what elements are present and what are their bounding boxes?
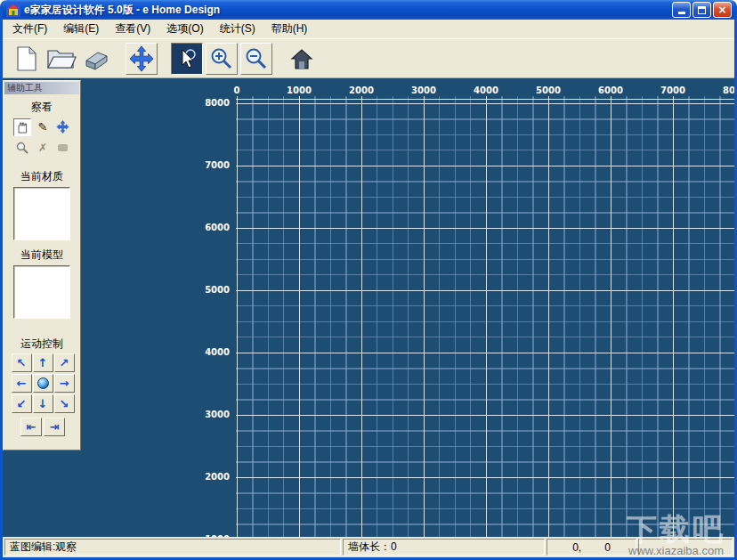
status-mode-text: 蓝图编辑:观察 xyxy=(10,540,77,555)
move-cross-icon xyxy=(56,120,69,134)
ruler-top-label: 6000 xyxy=(598,85,623,95)
zoom-in-icon xyxy=(209,46,234,71)
toolbar-separator xyxy=(275,43,283,75)
window-title: e家家居设计软件 5.0版 - e Home Design xyxy=(24,3,670,18)
menu-view[interactable]: 查看(V) xyxy=(107,19,158,39)
ruler-left-label: 8000 xyxy=(190,98,230,108)
app-icon xyxy=(6,3,20,17)
ruler-left-label: 3000 xyxy=(190,410,230,419)
coord-y: 0 xyxy=(604,541,611,554)
house-3d-icon xyxy=(288,45,316,72)
move-tool-button[interactable] xyxy=(54,118,72,136)
magnifier-icon xyxy=(16,142,28,154)
toolbar xyxy=(3,39,734,78)
status-wall-text: 墙体长：0 xyxy=(348,540,397,555)
motion-control-pad: ↖ ↑ ↗ ← → ↙ ↓ ↘ xyxy=(11,353,75,414)
ruler-top-label: 2000 xyxy=(349,85,374,95)
current-material-preview[interactable] xyxy=(13,187,70,240)
statusbar: 蓝图编辑:观察 墙体长：0 0, 0 xyxy=(3,537,734,557)
motion-up-button[interactable]: ↑ xyxy=(33,353,53,372)
ruler-top-label: 4000 xyxy=(474,85,498,95)
status-coordinates: 0, 0 xyxy=(547,539,636,556)
observe-pointer-button[interactable] xyxy=(171,43,203,75)
new-document-button[interactable] xyxy=(11,43,43,75)
status-wall-length: 墙体长：0 xyxy=(343,539,545,556)
ruler-left-label: 6000 xyxy=(190,223,230,232)
current-model-preview[interactable] xyxy=(13,265,70,319)
close-button[interactable]: × xyxy=(713,2,732,18)
blueprint-grid[interactable] xyxy=(236,96,734,537)
view-3d-button[interactable] xyxy=(286,43,318,75)
menu-file[interactable]: 文件(F) xyxy=(4,19,55,39)
coord-x: 0, xyxy=(572,541,581,554)
new-document-icon xyxy=(15,45,38,72)
eraser-button[interactable] xyxy=(80,43,112,75)
motion-left-button[interactable]: ← xyxy=(12,374,32,393)
ruler-top-label: 7000 xyxy=(660,85,685,95)
toolbar-separator xyxy=(160,43,168,75)
ruler-top-label: 3000 xyxy=(411,85,436,95)
status-mode: 蓝图编辑:观察 xyxy=(4,539,341,556)
pencil-tool-button[interactable]: ✎ xyxy=(34,118,52,136)
motion-down-button[interactable]: ↓ xyxy=(33,394,53,413)
move-cross-icon xyxy=(128,45,155,72)
ruler-left-label: 4000 xyxy=(190,347,230,357)
hand-tool-button[interactable] xyxy=(13,118,31,136)
minimize-icon xyxy=(678,12,685,14)
maximize-button[interactable] xyxy=(692,2,711,18)
motion-down-right-button[interactable]: ↘ xyxy=(54,394,75,413)
motion-center-button[interactable] xyxy=(33,374,53,393)
motion-extra-controls: ⇤ ⇥ xyxy=(20,418,65,436)
motion-step-left-button[interactable]: ⇤ xyxy=(20,418,42,436)
shape-tool-button[interactable] xyxy=(54,139,72,157)
ruler-top-label: 1000 xyxy=(287,85,312,95)
status-empty xyxy=(638,539,733,556)
ruler-top-label: 0 xyxy=(234,85,240,95)
maximize-icon xyxy=(698,6,706,14)
pencil-icon: ✎ xyxy=(38,120,48,134)
delete-tool-button[interactable]: ✗ xyxy=(34,139,52,157)
shape-icon xyxy=(58,144,68,151)
zoom-out-button[interactable] xyxy=(240,43,272,75)
ruler-left-label: 2000 xyxy=(190,472,230,482)
ruler-top-label: 5000 xyxy=(536,85,561,95)
ruler-left-label: 7000 xyxy=(190,160,230,170)
aux-panel-caption[interactable]: 辅助工具 xyxy=(4,82,79,94)
open-folder-icon xyxy=(46,47,77,70)
zoom-in-button[interactable] xyxy=(206,43,238,75)
current-model-label: 当前模型 xyxy=(4,248,80,263)
menubar: 文件(F) 编辑(E) 查看(V) 选项(O) 统计(S) 帮助(H) xyxy=(3,20,734,39)
view-section-label: 察看 xyxy=(4,100,80,115)
aux-tools-panel: 辅助工具 察看 ✎ xyxy=(3,80,81,450)
motion-up-right-button[interactable]: ↗ xyxy=(54,353,75,372)
menu-help[interactable]: 帮助(H) xyxy=(263,19,316,39)
pan-move-button[interactable] xyxy=(126,43,158,75)
zoom-tool-button[interactable] xyxy=(13,139,31,157)
minimize-button[interactable] xyxy=(672,2,691,18)
current-material-label: 当前材质 xyxy=(4,169,80,184)
titlebar[interactable]: e家家居设计软件 5.0版 - e Home Design × xyxy=(3,0,734,20)
ruler-left-label: 5000 xyxy=(190,285,230,295)
app-window: e家家居设计软件 5.0版 - e Home Design × 文件(F) 编辑… xyxy=(0,0,737,560)
x-icon: ✗ xyxy=(38,142,47,154)
open-file-button[interactable] xyxy=(45,43,77,75)
toolbar-separator xyxy=(115,43,123,75)
pointer-icon xyxy=(175,47,198,70)
globe-icon xyxy=(37,377,49,389)
motion-right-button[interactable]: → xyxy=(54,374,75,393)
hand-icon xyxy=(16,121,28,134)
ruler-top-label: 8000 xyxy=(723,85,734,95)
eraser-icon xyxy=(82,45,110,72)
blueprint-canvas[interactable]: 0 1000 2000 3000 4000 5000 6000 7000 800… xyxy=(3,78,734,537)
menu-options[interactable]: 选项(O) xyxy=(158,19,211,39)
motion-step-right-button[interactable]: ⇥ xyxy=(44,418,65,436)
motion-up-left-button[interactable]: ↖ xyxy=(12,353,32,372)
zoom-out-icon xyxy=(244,46,269,71)
view-tools: ✎ ✗ xyxy=(12,117,73,158)
menu-statistics[interactable]: 统计(S) xyxy=(212,19,263,39)
menu-edit[interactable]: 编辑(E) xyxy=(55,19,107,39)
motion-control-label: 运动控制 xyxy=(4,337,80,352)
motion-down-left-button[interactable]: ↙ xyxy=(12,394,32,413)
